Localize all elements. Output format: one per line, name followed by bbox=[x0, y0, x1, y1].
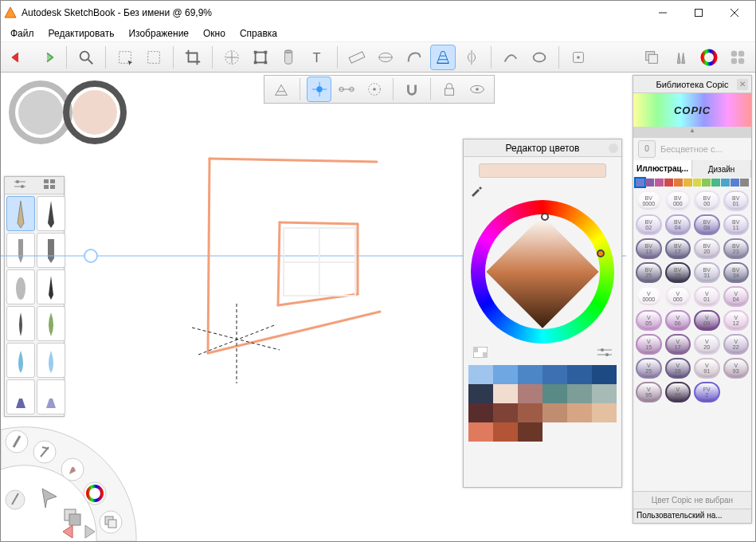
brush-blur[interactable] bbox=[37, 343, 65, 378]
color-swatch[interactable] bbox=[468, 422, 493, 442]
color-swatch[interactable] bbox=[493, 403, 518, 422]
copic-marker[interactable]: V0000 bbox=[636, 286, 662, 307]
brush-sliders-icon[interactable] bbox=[14, 179, 25, 191]
lock-button[interactable] bbox=[437, 77, 461, 102]
hue-cell[interactable] bbox=[731, 179, 739, 187]
undo-button[interactable] bbox=[6, 45, 31, 70]
text-button[interactable]: T bbox=[305, 45, 331, 70]
lagoon-layers-icon[interactable] bbox=[100, 511, 122, 533]
snap-button[interactable] bbox=[400, 77, 424, 102]
copic-marker[interactable]: V04 bbox=[723, 286, 750, 307]
copic-marker[interactable]: V000 bbox=[665, 286, 691, 307]
hue-cell[interactable] bbox=[740, 179, 749, 187]
crop-button[interactable] bbox=[180, 45, 206, 70]
menu-image[interactable]: Изображение bbox=[122, 26, 195, 41]
copic-marker[interactable]: V05 bbox=[636, 310, 662, 331]
ruler-button[interactable] bbox=[344, 45, 370, 70]
copic-marker[interactable]: BV29 bbox=[665, 262, 691, 283]
copic-marker[interactable]: BV0000 bbox=[636, 190, 662, 211]
color-puck[interactable] bbox=[9, 81, 127, 144]
steady-stroke-button[interactable] bbox=[566, 45, 591, 70]
french-curve-button[interactable] bbox=[402, 45, 427, 70]
brush-ink[interactable] bbox=[37, 269, 65, 304]
copic-marker[interactable]: BV34 bbox=[723, 262, 750, 283]
brush-smudge[interactable] bbox=[6, 343, 35, 378]
wheel-handle-top[interactable] bbox=[541, 213, 549, 221]
visibility-button[interactable] bbox=[465, 77, 489, 102]
color-swatch[interactable] bbox=[468, 403, 493, 422]
ellipse-shape-button[interactable] bbox=[527, 45, 552, 70]
lagoon-brush-icon[interactable] bbox=[6, 430, 28, 453]
copic-marker[interactable]: V20 bbox=[694, 334, 720, 355]
brush-paint[interactable] bbox=[37, 306, 65, 341]
ruler-line-button[interactable] bbox=[219, 45, 245, 70]
color-swatch[interactable] bbox=[493, 422, 518, 442]
curve-stroke-button[interactable] bbox=[498, 45, 523, 70]
copic-marker[interactable]: BV000 bbox=[665, 190, 691, 211]
copic-tab-illustration[interactable]: Иллюстрац... bbox=[633, 160, 692, 178]
color-swatch[interactable] bbox=[468, 365, 493, 384]
lagoon-redo-icon[interactable] bbox=[85, 525, 95, 538]
copic-marker[interactable]: V12 bbox=[723, 310, 750, 331]
copic-marker[interactable]: V99 bbox=[665, 382, 691, 403]
brush-grid-icon[interactable] bbox=[44, 179, 55, 191]
lagoon-cursor-icon[interactable] bbox=[42, 489, 57, 508]
three-point-button[interactable] bbox=[362, 77, 386, 102]
menu-file[interactable]: Файл bbox=[4, 26, 41, 41]
copic-marker[interactable]: BV02 bbox=[636, 214, 662, 235]
eyedropper-icon[interactable] bbox=[470, 184, 483, 197]
copic-marker[interactable]: BV13 bbox=[636, 238, 662, 259]
color-swatch[interactable] bbox=[518, 384, 543, 403]
layers-button[interactable] bbox=[639, 45, 664, 70]
expand-handle[interactable]: ▲ bbox=[633, 127, 751, 138]
color-swatch[interactable] bbox=[592, 403, 617, 422]
color-swatch[interactable] bbox=[543, 365, 567, 384]
brush-airbrush[interactable] bbox=[6, 269, 35, 304]
copic-marker[interactable]: BV00 bbox=[694, 190, 720, 211]
copic-marker[interactable]: V17 bbox=[665, 334, 691, 355]
lagoon-color-icon[interactable] bbox=[84, 482, 106, 505]
copic-marker[interactable]: BV20 bbox=[694, 238, 720, 259]
copic-marker[interactable]: BV01 bbox=[723, 190, 750, 211]
brush-pencil[interactable] bbox=[6, 196, 35, 231]
lagoon-paint-icon[interactable] bbox=[61, 458, 84, 481]
color-swatch[interactable] bbox=[567, 403, 592, 422]
ellipse-ruler-button[interactable] bbox=[373, 45, 398, 70]
copic-hue-strip[interactable] bbox=[633, 178, 751, 187]
lagoon-tools-icon[interactable] bbox=[33, 441, 56, 463]
hue-cell[interactable] bbox=[693, 179, 702, 187]
maximize-button[interactable] bbox=[680, 1, 716, 25]
perspective-button[interactable] bbox=[430, 45, 456, 70]
sliders-icon[interactable] bbox=[597, 347, 612, 360]
two-point-button[interactable] bbox=[335, 77, 358, 102]
color-wheel[interactable] bbox=[471, 200, 614, 344]
hue-cell[interactable] bbox=[664, 179, 673, 187]
color-swatch[interactable] bbox=[468, 384, 493, 403]
redo-button[interactable] bbox=[34, 45, 60, 70]
hue-cell[interactable] bbox=[702, 179, 711, 187]
hue-cell[interactable] bbox=[655, 179, 664, 187]
color-swatch[interactable] bbox=[518, 422, 543, 442]
brush-brush[interactable] bbox=[6, 306, 35, 341]
copic-marker[interactable]: V95 bbox=[636, 382, 662, 403]
copic-marker[interactable]: BV31 bbox=[694, 262, 720, 283]
copic-marker[interactable]: BV23 bbox=[723, 238, 750, 259]
hue-cell[interactable] bbox=[711, 179, 720, 187]
brush-chisel[interactable] bbox=[37, 233, 65, 268]
wheel-handle-hue[interactable] bbox=[597, 249, 605, 257]
lagoon-undo-icon[interactable] bbox=[63, 525, 72, 538]
copic-marker[interactable]: V91 bbox=[694, 358, 720, 379]
select-rect-button[interactable] bbox=[112, 45, 138, 70]
copic-marker[interactable]: BV08 bbox=[694, 214, 720, 235]
transparent-toggle-icon[interactable] bbox=[473, 347, 488, 360]
copic-title[interactable]: Библиотека Copic✕ bbox=[633, 76, 751, 93]
copic-marker[interactable]: V06 bbox=[665, 310, 691, 331]
copic-marker[interactable]: FV2 bbox=[694, 382, 720, 403]
perspective-mode-button[interactable] bbox=[269, 77, 293, 102]
current-color-swatch[interactable] bbox=[479, 163, 606, 178]
menu-window[interactable]: Окно bbox=[197, 26, 232, 41]
fill-button[interactable] bbox=[276, 45, 302, 70]
color-swatch[interactable] bbox=[493, 365, 518, 384]
color-swatch[interactable] bbox=[518, 365, 543, 384]
color-wheel-button[interactable] bbox=[696, 45, 722, 70]
